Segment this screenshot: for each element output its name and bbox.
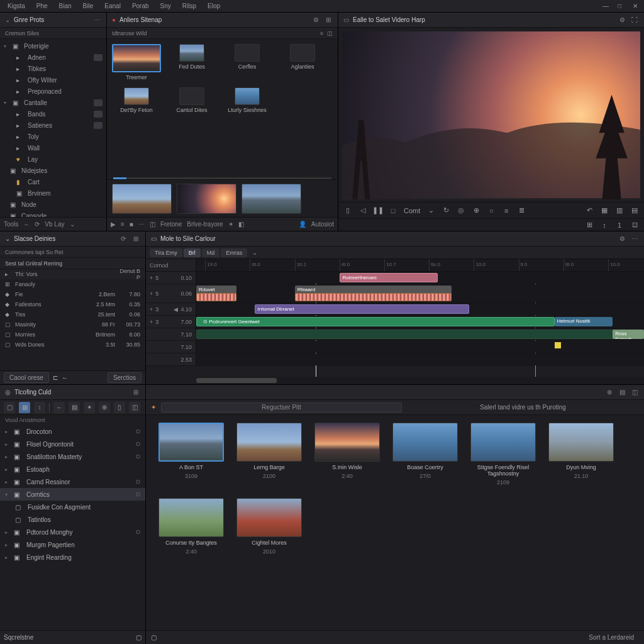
clip-thumb[interactable]: Conurse Ity Bangtes2:40: [158, 498, 224, 555]
track[interactable]: 2.53: [146, 353, 644, 366]
tree-item[interactable]: ▸Satienes: [0, 119, 106, 131]
play-icon[interactable]: ▶: [111, 221, 116, 228]
effect-item[interactable]: ▢Tatintlos: [0, 513, 145, 526]
clip[interactable]: [196, 330, 644, 339]
pause-icon[interactable]: ❚❚: [374, 206, 382, 215]
tab[interactable]: Tira Emy: [150, 248, 182, 257]
media-thumb[interactable]: Cantol Dites: [167, 87, 216, 114]
tool-icon[interactable]: ✶: [228, 221, 233, 228]
prop-row[interactable]: ▢MorniesBritnem8.00: [0, 330, 145, 340]
media-thumb[interactable]: Det'By Feton: [112, 87, 161, 114]
timeline-scrollbar[interactable]: [196, 377, 644, 384]
footer-label[interactable]: Sqcrelstne: [4, 634, 33, 641]
clip[interactable]: ⊙ Pcdronmrert Geentwet: [196, 317, 555, 326]
tree-item[interactable]: ♥Lay: [0, 153, 106, 165]
menu-item[interactable]: Porab: [127, 1, 154, 11]
chevron-down-icon[interactable]: ⌄: [426, 206, 435, 215]
toolbar-label[interactable]: Fretone: [160, 221, 182, 228]
tool-icon[interactable]: ▢: [136, 634, 142, 641]
tool-icon[interactable]: ↕: [600, 221, 609, 230]
tab[interactable]: Brl: [184, 248, 201, 257]
track[interactable]: 7.10 Ross Boterdt: [146, 328, 644, 341]
menu-item[interactable]: Elop: [203, 1, 225, 11]
more-icon[interactable]: ⋯: [138, 221, 145, 228]
clip[interactable]: Ross Boterdt: [613, 330, 644, 339]
effect-item[interactable]: ▸▣Engint Rearding: [0, 551, 145, 564]
menu-icon[interactable]: ⋯: [630, 235, 639, 243]
tool-icon[interactable]: ▦: [600, 206, 609, 215]
chevron-down-icon[interactable]: ⌄: [252, 249, 257, 256]
clip-thumb[interactable]: Lerng Barge2100: [236, 423, 302, 486]
stop-icon[interactable]: ■: [130, 221, 133, 228]
clip-audio[interactable]: [196, 293, 236, 301]
person-icon[interactable]: 👤: [299, 221, 306, 228]
menu-item[interactable]: Phe: [31, 1, 53, 11]
expand-icon[interactable]: ⛶: [630, 16, 639, 25]
effect-item[interactable]: ▸▣Snatilotton MastertyD: [0, 450, 145, 463]
tool-icon[interactable]: ⊞: [131, 388, 140, 397]
gear-icon[interactable]: ⚙: [311, 16, 320, 25]
tool-icon[interactable]: ⊕: [605, 388, 614, 397]
clip-thumb[interactable]: S.Inin Wisle2:40: [314, 423, 380, 486]
tree-item[interactable]: ▸Ofty Wilter: [0, 74, 106, 86]
close-icon[interactable]: ✕: [628, 1, 638, 11]
menu-item[interactable]: Bian: [54, 1, 77, 11]
refresh-icon[interactable]: ⟳: [119, 235, 128, 243]
track[interactable]: +50.10 Rotreertheroen: [146, 272, 644, 284]
grid-icon[interactable]: ⊞: [131, 235, 140, 243]
tool-icon[interactable]: ◫: [150, 221, 155, 228]
tool-icon[interactable]: ▯: [114, 402, 125, 413]
tree-item[interactable]: ▸Tibkes: [0, 63, 106, 74]
prop-row[interactable]: ▢Masinity88 Fr00.73: [0, 319, 145, 330]
tree-item[interactable]: ▣Brvinem: [0, 187, 106, 199]
timeline-ruler[interactable]: Cornod 19.0 8t.0 10.1 4t.0 10.7 tis.0 10…: [146, 259, 644, 272]
clip-thumb[interactable]: Dyun Mving21.10: [548, 423, 614, 486]
media-thumb[interactable]: Cerfles: [223, 44, 272, 81]
tool-icon[interactable]: ↶: [585, 206, 594, 215]
tree-item[interactable]: ▸Bands: [0, 108, 106, 119]
strip-thumb[interactable]: [177, 184, 236, 214]
frame-icon[interactable]: □: [389, 206, 397, 215]
tool-icon[interactable]: ⊕: [99, 402, 110, 413]
media-thumb[interactable]: Treemer: [112, 44, 161, 81]
tree-item[interactable]: ▸Preponaсed: [0, 86, 106, 97]
tree-item[interactable]: ▣Nidejstes: [0, 165, 106, 176]
prop-row[interactable]: ◆Tiss25.tent0.06: [0, 309, 145, 319]
loop-icon[interactable]: ↻: [441, 206, 450, 215]
video-viewer[interactable]: [342, 31, 640, 198]
effect-item[interactable]: ▸▣Murgm Pagertien: [0, 538, 145, 551]
search-input[interactable]: Reguctser Pitt: [161, 402, 402, 413]
clip[interactable]: Rotreertheroen: [340, 273, 438, 282]
footer-button[interactable]: Caool orese: [4, 372, 49, 383]
tab[interactable]: Md: [202, 248, 220, 257]
chevron-down-icon[interactable]: ⌄: [70, 221, 75, 228]
list-icon[interactable]: ≡: [121, 221, 125, 228]
tool-icon[interactable]: ▤: [69, 402, 80, 413]
strip-thumb[interactable]: [112, 184, 172, 214]
panel-menu-icon[interactable]: ⋯: [92, 16, 101, 25]
media-thumb[interactable]: Fed Dutes: [167, 44, 216, 81]
tool-icon[interactable]: ◫: [129, 402, 140, 413]
track[interactable]: +50.06 Rdovet Rfeaard: [146, 284, 644, 303]
track[interactable]: +37.00 ⊙ Pcdronmrert Geentwet Hetmorl No…: [146, 316, 644, 328]
effect-item[interactable]: ▾▣CornticsD: [0, 488, 145, 501]
marker-icon[interactable]: ◎: [457, 206, 465, 215]
tree-item[interactable]: ▣Node: [0, 199, 106, 210]
tool-icon[interactable]: ◧: [238, 221, 244, 228]
effect-item[interactable]: ▸▣Flisel OgnontonitD: [0, 438, 145, 450]
strip-thumb[interactable]: [242, 184, 301, 214]
menu-item[interactable]: Rilsp: [177, 1, 201, 11]
tool-icon[interactable]: ▥: [615, 206, 624, 215]
maximize-icon[interactable]: □: [613, 1, 623, 11]
grid-icon[interactable]: ◫: [327, 30, 333, 36]
clip-thumb[interactable]: Sttgse Foendly Risel Tagshnostny2109: [470, 423, 536, 486]
back-icon[interactable]: ←: [62, 374, 68, 381]
tree-item[interactable]: ▣Cansode: [0, 210, 106, 217]
tree-item[interactable]: ▮Cart: [0, 176, 106, 187]
tree-item[interactable]: ▸Wall: [0, 142, 106, 153]
settings-icon[interactable]: ⚙: [618, 16, 626, 25]
clip-thumb[interactable]: Boase Coertry27/0: [392, 423, 458, 486]
clip[interactable]: Irrtomat Dbranet: [255, 304, 470, 314]
clip-thumb[interactable]: A Bon ST3109: [158, 423, 224, 486]
toolbar-label[interactable]: Brlve-trayore: [187, 221, 223, 228]
